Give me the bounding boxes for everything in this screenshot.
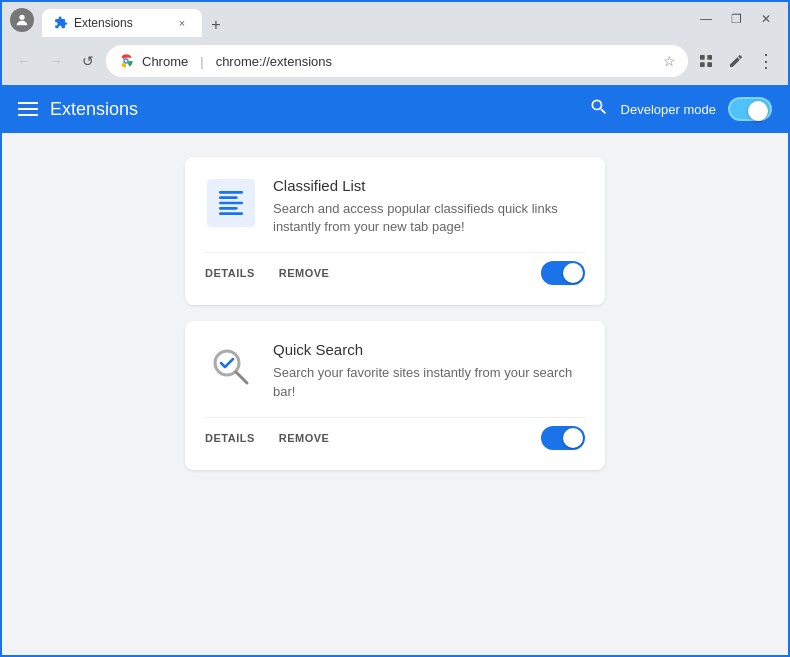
developer-mode-toggle[interactable] <box>728 97 772 121</box>
profile-area <box>10 8 42 32</box>
quick-search-icon-container <box>205 341 257 393</box>
title-bar: Extensions × + — ❐ ✕ <box>2 2 788 37</box>
extension-info-classified: Classified List Search and access popula… <box>205 177 585 236</box>
quick-search-description: Search your favorite sites instantly fro… <box>273 364 585 400</box>
classified-list-description: Search and access popular classifieds qu… <box>273 200 585 236</box>
svg-point-3 <box>125 60 128 63</box>
quick-search-text: Quick Search Search your favorite sites … <box>273 341 585 400</box>
toolbar-icons: ⋮ <box>692 47 780 75</box>
svg-rect-9 <box>219 196 238 199</box>
quick-search-remove-button[interactable]: REMOVE <box>279 428 330 448</box>
classified-list-name: Classified List <box>273 177 585 194</box>
forward-button[interactable]: → <box>42 47 70 75</box>
extension-info-quick-search: Quick Search Search your favorite sites … <box>205 341 585 400</box>
page-title: Extensions <box>50 99 138 120</box>
menu-button[interactable] <box>18 102 38 116</box>
url-prefix: Chrome <box>142 54 188 69</box>
svg-point-0 <box>19 14 24 19</box>
svg-rect-12 <box>219 212 243 215</box>
extensions-toolbar-icon[interactable] <box>692 47 720 75</box>
tab-bar: Extensions × + <box>42 2 692 37</box>
quick-search-toggle-thumb <box>563 428 583 448</box>
svg-rect-11 <box>219 207 238 210</box>
svg-rect-8 <box>219 191 243 194</box>
classified-list-actions: DETAILS REMOVE <box>205 252 585 285</box>
classified-list-details-button[interactable]: DETAILS <box>205 263 255 283</box>
url-separator: | <box>200 54 203 69</box>
browser-window: Extensions × + — ❐ ✕ ← → ↺ Chrome <box>0 0 790 657</box>
developer-mode-label: Developer mode <box>621 102 716 117</box>
search-extensions-icon[interactable] <box>589 97 609 122</box>
classified-list-remove-button[interactable]: REMOVE <box>279 263 330 283</box>
quick-search-name: Quick Search <box>273 341 585 358</box>
url-text: chrome://extensions <box>216 54 655 69</box>
quick-search-actions: DETAILS REMOVE <box>205 417 585 450</box>
back-button[interactable]: ← <box>10 47 38 75</box>
tab-close-btn[interactable]: × <box>174 15 190 31</box>
bookmark-icon[interactable]: ☆ <box>663 53 676 69</box>
customize-toolbar-icon[interactable] <box>722 47 750 75</box>
minimize-button[interactable]: — <box>692 8 720 30</box>
extension-card-quick-search: Quick Search Search your favorite sites … <box>185 321 605 469</box>
svg-rect-10 <box>219 202 243 205</box>
svg-rect-7 <box>707 62 712 67</box>
close-button[interactable]: ✕ <box>752 8 780 30</box>
puzzle-icon <box>54 16 68 30</box>
classified-list-icon <box>205 177 257 229</box>
address-bar-row: ← → ↺ Chrome | chrome://extensions ☆ <box>2 37 788 85</box>
chrome-logo-icon <box>118 53 134 69</box>
svg-rect-4 <box>700 55 705 60</box>
maximize-button[interactable]: ❐ <box>722 8 750 30</box>
classified-toggle-thumb <box>563 263 583 283</box>
address-bar[interactable]: Chrome | chrome://extensions ☆ <box>106 45 688 77</box>
header-right: Developer mode <box>589 97 772 122</box>
svg-rect-6 <box>700 62 705 67</box>
svg-rect-5 <box>707 55 712 60</box>
quick-search-toggle[interactable] <box>541 426 585 450</box>
classified-list-text: Classified List Search and access popula… <box>273 177 585 236</box>
extension-card-classified-list: Classified List Search and access popula… <box>185 157 605 305</box>
new-tab-button[interactable]: + <box>204 13 228 37</box>
more-options-icon[interactable]: ⋮ <box>752 47 780 75</box>
active-tab[interactable]: Extensions × <box>42 9 202 37</box>
window-controls: — ❐ ✕ <box>692 8 780 32</box>
quick-search-details-button[interactable]: DETAILS <box>205 428 255 448</box>
extensions-header-bar: Extensions Developer mode <box>2 85 788 133</box>
refresh-button[interactable]: ↺ <box>74 47 102 75</box>
svg-line-14 <box>236 372 247 383</box>
tab-label: Extensions <box>74 16 133 30</box>
profile-icon[interactable] <box>10 8 34 32</box>
toggle-thumb <box>748 101 768 121</box>
classified-list-toggle[interactable] <box>541 261 585 285</box>
main-content: Classified List Search and access popula… <box>2 133 788 655</box>
